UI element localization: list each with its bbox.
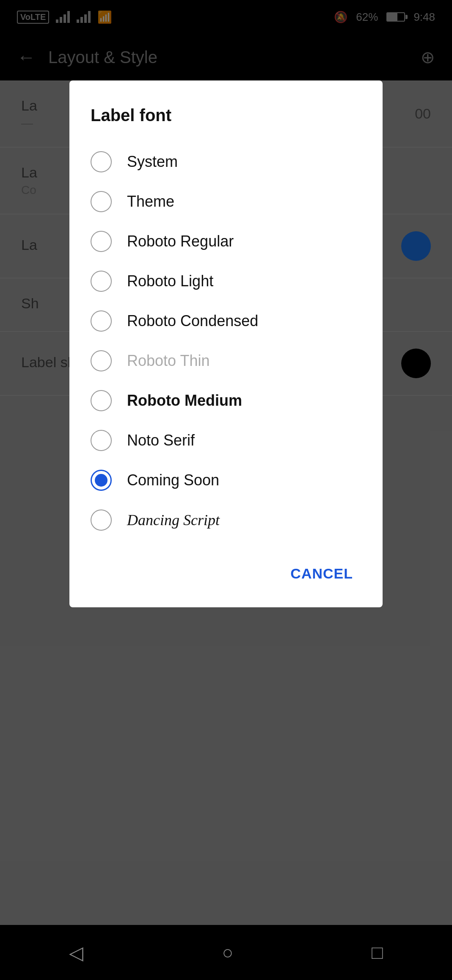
- radio-item-theme[interactable]: Theme: [91, 182, 361, 221]
- radio-label-roboto-thin: Roboto Thin: [127, 352, 209, 370]
- radio-label-dancing-script: Dancing Script: [127, 511, 220, 529]
- radio-item-roboto-light[interactable]: Roboto Light: [91, 261, 361, 301]
- radio-item-system[interactable]: System: [91, 142, 361, 182]
- radio-item-coming-soon[interactable]: Coming Soon: [91, 460, 361, 500]
- radio-label-roboto-light: Roboto Light: [127, 272, 213, 290]
- radio-roboto-medium[interactable]: [91, 390, 112, 411]
- radio-roboto-condensed[interactable]: [91, 310, 112, 332]
- back-nav-button[interactable]: ◁: [69, 942, 83, 963]
- recents-nav-button[interactable]: □: [372, 942, 383, 963]
- radio-theme[interactable]: [91, 191, 112, 212]
- radio-system[interactable]: [91, 151, 112, 172]
- radio-item-noto-serif[interactable]: Noto Serif: [91, 421, 361, 460]
- radio-item-dancing-script[interactable]: Dancing Script: [91, 500, 361, 540]
- radio-item-roboto-regular[interactable]: Roboto Regular: [91, 221, 361, 261]
- cancel-button[interactable]: CANCEL: [282, 561, 361, 586]
- radio-label-roboto-condensed: Roboto Condensed: [127, 312, 258, 330]
- radio-label-system: System: [127, 153, 178, 171]
- home-nav-button[interactable]: ○: [222, 942, 233, 963]
- radio-dancing-script[interactable]: [91, 509, 112, 531]
- radio-label-roboto-regular: Roboto Regular: [127, 233, 234, 250]
- font-option-list: System Theme Roboto Regular Roboto Light…: [91, 142, 361, 540]
- radio-noto-serif[interactable]: [91, 430, 112, 451]
- label-font-dialog: Label font System Theme Roboto Regular R…: [69, 80, 383, 607]
- radio-label-coming-soon: Coming Soon: [127, 471, 219, 489]
- dialog-actions: CANCEL: [91, 553, 361, 586]
- radio-label-noto-serif: Noto Serif: [127, 432, 195, 449]
- bottom-nav: ◁ ○ □: [0, 925, 452, 980]
- radio-label-roboto-medium: Roboto Medium: [127, 392, 242, 410]
- dialog-title: Label font: [91, 106, 361, 125]
- radio-item-roboto-medium[interactable]: Roboto Medium: [91, 381, 361, 421]
- radio-item-roboto-condensed[interactable]: Roboto Condensed: [91, 301, 361, 341]
- radio-label-theme: Theme: [127, 193, 174, 210]
- radio-roboto-light[interactable]: [91, 271, 112, 292]
- dialog-backdrop: Label font System Theme Roboto Regular R…: [0, 0, 452, 980]
- radio-roboto-thin[interactable]: [91, 350, 112, 371]
- radio-roboto-regular[interactable]: [91, 231, 112, 252]
- radio-item-roboto-thin[interactable]: Roboto Thin: [91, 341, 361, 381]
- radio-coming-soon[interactable]: [91, 470, 112, 491]
